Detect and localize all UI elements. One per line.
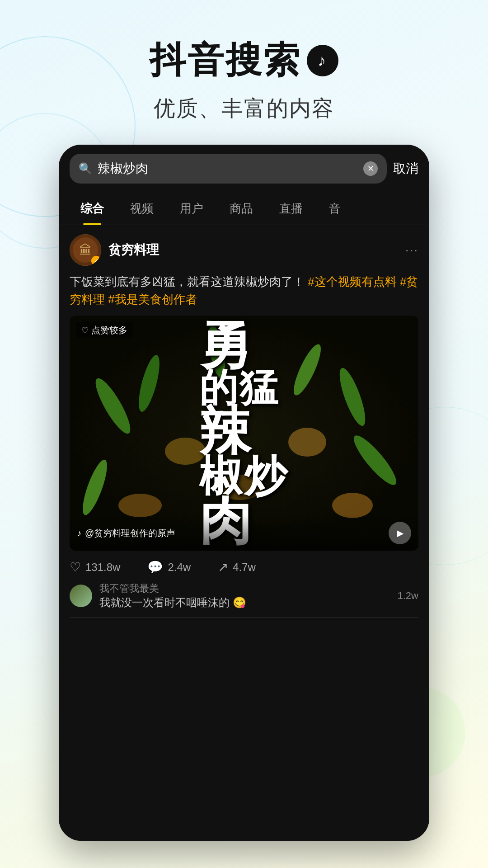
user-row: 🏛 ✓ 贫穷料理 ··· bbox=[70, 234, 418, 266]
post-description: 下饭菜到底有多凶猛，就看这道辣椒炒肉了！ #这个视频有点料 #贫穷料理 #我是美… bbox=[70, 273, 418, 308]
cancel-button[interactable]: 取消 bbox=[393, 160, 418, 177]
shares-value: 4.7w bbox=[233, 561, 256, 574]
clear-search-button[interactable]: ✕ bbox=[363, 161, 378, 176]
svg-text:🏛: 🏛 bbox=[79, 243, 92, 257]
tiktok-logo-icon: ♪ bbox=[307, 45, 338, 76]
search-icon: 🔍 bbox=[79, 162, 92, 175]
badge-text: 点赞较多 bbox=[91, 324, 127, 336]
like-icon: ♡ bbox=[70, 560, 81, 575]
main-title: 抖音搜索 ♪ bbox=[0, 36, 488, 85]
verified-badge: ✓ bbox=[91, 256, 101, 266]
tab-综合[interactable]: 综合 bbox=[70, 193, 115, 225]
title-text: 抖音搜索 bbox=[150, 36, 301, 85]
commenter-avatar bbox=[70, 585, 92, 607]
tab-视频[interactable]: 视频 bbox=[119, 193, 164, 225]
more-options-button[interactable]: ··· bbox=[405, 243, 418, 257]
tab-音[interactable]: 音 bbox=[318, 193, 352, 225]
sound-icon: ♪ bbox=[77, 528, 81, 538]
video-bottom-bar: ♪ @贫穷料理创作的原声 ▶ bbox=[70, 514, 418, 551]
phone-mockup: 🔍 辣椒炒肉 ✕ 取消 综合 视频 用户 商品 直播 音 bbox=[59, 145, 429, 841]
video-text-line3: 辣 bbox=[199, 406, 289, 456]
heart-icon: ♡ bbox=[81, 326, 89, 335]
likes-count[interactable]: ♡ 131.8w bbox=[70, 560, 120, 575]
comment-text: 我就没一次看时不咽唾沫的 😋 bbox=[99, 595, 390, 610]
video-text-line1: 勇 bbox=[199, 321, 289, 370]
search-input-container[interactable]: 🔍 辣椒炒肉 ✕ bbox=[70, 154, 387, 184]
post-text: 下饭菜到底有多凶猛，就看这道辣椒炒肉了！ bbox=[70, 275, 305, 288]
sound-info: ♪ @贫穷料理创作的原声 bbox=[77, 527, 175, 539]
comment-icon: 💬 bbox=[147, 560, 163, 575]
hashtag-3[interactable]: #我是美食创作者 bbox=[108, 292, 197, 306]
shares-count[interactable]: ↗ 4.7w bbox=[218, 560, 256, 575]
video-card[interactable]: ♡ 点赞较多 bbox=[70, 316, 418, 551]
user-info: 🏛 ✓ 贫穷料理 bbox=[70, 234, 159, 266]
video-text-line2: 的猛 bbox=[199, 370, 289, 406]
comment-content: 我不管我最美 我就没一次看时不咽唾沫的 😋 bbox=[99, 582, 390, 610]
tab-用户[interactable]: 用户 bbox=[169, 193, 214, 225]
tabs-row: 综合 视频 用户 商品 直播 音 bbox=[59, 193, 429, 225]
header-area: 抖音搜索 ♪ 优质、丰富的内容 bbox=[0, 36, 488, 123]
video-thumbnail: 勇 的猛 辣 椒炒 肉 ♪ @贫穷料理创作的原声 bbox=[70, 316, 418, 551]
search-bar: 🔍 辣椒炒肉 ✕ 取消 bbox=[59, 145, 429, 193]
video-text-line4: 椒炒 bbox=[199, 456, 289, 496]
hashtag-1[interactable]: #这个视频有点料 bbox=[308, 275, 400, 288]
sound-text: @贫穷料理创作的原声 bbox=[85, 527, 175, 539]
comment-preview: 我不管我最美 我就没一次看时不咽唾沫的 😋 1.2w bbox=[70, 582, 418, 618]
play-button[interactable]: ▶ bbox=[389, 522, 411, 544]
subtitle-text: 优质、丰富的内容 bbox=[0, 94, 488, 123]
tab-商品[interactable]: 商品 bbox=[219, 193, 264, 225]
likes-value: 131.8w bbox=[85, 561, 120, 574]
comments-value: 2.4w bbox=[168, 561, 191, 574]
comments-count[interactable]: 💬 2.4w bbox=[147, 560, 191, 575]
comment-like-count: 1.2w bbox=[398, 590, 418, 602]
commenter-username[interactable]: 我不管我最美 bbox=[99, 582, 390, 595]
engagement-row: ♡ 131.8w 💬 2.4w ↗ 4.7w bbox=[70, 551, 418, 582]
share-icon: ↗ bbox=[218, 560, 228, 575]
tab-直播[interactable]: 直播 bbox=[268, 193, 314, 225]
search-query-text: 辣椒炒肉 bbox=[98, 160, 358, 177]
video-popular-badge: ♡ 点赞较多 bbox=[76, 322, 133, 339]
phone-screen: 🔍 辣椒炒肉 ✕ 取消 综合 视频 用户 商品 直播 音 bbox=[59, 145, 429, 841]
username[interactable]: 贫穷料理 bbox=[108, 241, 159, 259]
content-area: 🏛 ✓ 贫穷料理 ··· 下饭菜到底有多凶猛，就看这道辣椒炒肉了！ #这个视频有… bbox=[59, 225, 429, 627]
avatar[interactable]: 🏛 ✓ bbox=[70, 234, 101, 266]
